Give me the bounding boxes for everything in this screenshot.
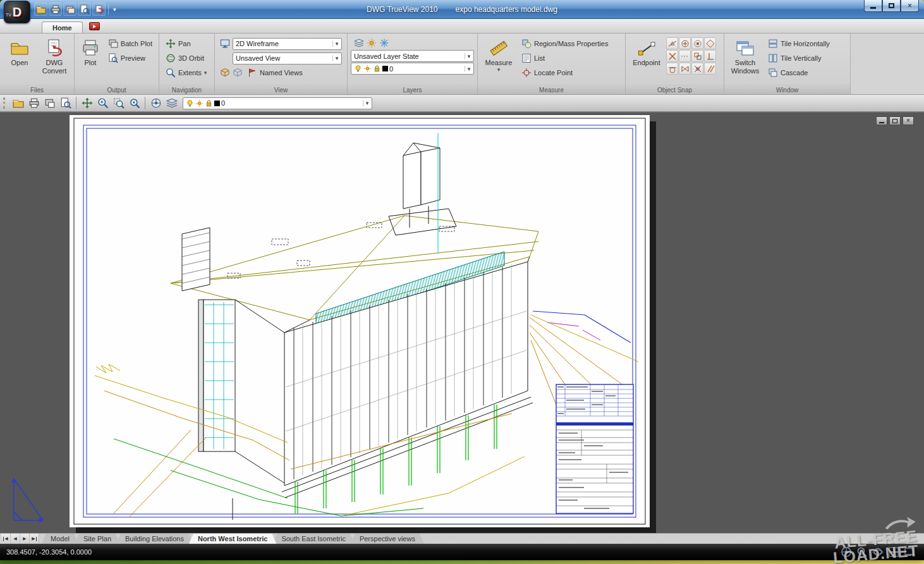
drawing-canvas[interactable]: × xyxy=(0,112,924,533)
osnap-insertion-button[interactable] xyxy=(691,50,703,62)
qat-plot-button[interactable] xyxy=(49,3,62,16)
tb-print-button[interactable] xyxy=(42,96,57,111)
osnap-intersection-button[interactable] xyxy=(666,50,678,62)
switch-windows-button[interactable]: Switch Windows xyxy=(727,35,763,84)
list-icon xyxy=(521,53,532,63)
tab-nav-prev-button[interactable]: ◀ xyxy=(11,534,20,544)
print-preview-icon xyxy=(80,4,90,15)
layer-properties-icon[interactable] xyxy=(354,38,364,48)
osnap-extension-button[interactable] xyxy=(679,50,691,62)
osnap-center-button[interactable] xyxy=(679,37,691,49)
dwg-convert-button[interactable]: DWG Convert xyxy=(38,35,71,84)
qat-open-button[interactable] xyxy=(34,3,47,16)
child-restore-button[interactable] xyxy=(889,116,901,125)
batch-plot-button[interactable]: Batch Plot xyxy=(105,37,155,51)
application-menu-button[interactable]: D xyxy=(4,1,30,23)
panel-label-measure: Measure xyxy=(478,85,625,94)
communication-center-icon[interactable] xyxy=(89,22,100,30)
tile-horizontally-label: Tile Horizontally xyxy=(781,40,830,47)
region-mass-label: Region/Mass Properties xyxy=(534,40,608,47)
layout-tab-north-west-isometric[interactable]: North West Isometric xyxy=(189,534,276,544)
tb-plot-button[interactable] xyxy=(27,96,41,111)
list-button[interactable]: List xyxy=(518,51,611,65)
toolbar-grip[interactable] xyxy=(3,97,6,109)
cascade-icon xyxy=(768,68,778,78)
tb-zoom-realtime-button[interactable] xyxy=(95,96,110,111)
osnap-quadrant-button[interactable] xyxy=(704,37,716,49)
tab-home[interactable]: Home xyxy=(42,21,83,33)
layer-combo[interactable]: 0 ▾ xyxy=(351,63,474,75)
zoom-extents-icon xyxy=(166,68,176,78)
document-title: expo headquarters model.dwg xyxy=(456,5,557,14)
tb-zoom-window-button[interactable] xyxy=(111,96,126,111)
panel-label-layers: Layers xyxy=(348,85,477,94)
qat-preview-button[interactable] xyxy=(78,3,91,16)
layer-bulb-icon xyxy=(354,64,362,73)
endpoint-button[interactable]: Endpoint xyxy=(629,35,664,84)
layer-lock-icon xyxy=(373,64,381,73)
osnap-midpoint-button[interactable] xyxy=(666,37,678,49)
osnap-tangent-button[interactable] xyxy=(666,63,678,75)
osnap-parallel-icon xyxy=(705,64,715,74)
tb-preview-button[interactable] xyxy=(58,96,73,111)
tile-vertically-button[interactable]: Tile Vertically xyxy=(765,51,833,65)
cube-wire-icon[interactable] xyxy=(233,68,243,78)
toolbar-separator xyxy=(76,97,76,109)
toolbar-layer-combo[interactable]: 0 ▾ xyxy=(183,97,372,109)
cascade-button[interactable]: Cascade xyxy=(765,66,833,80)
open-button[interactable]: Open xyxy=(3,35,36,84)
orbit-button[interactable]: 3D Orbit xyxy=(162,51,210,65)
close-button[interactable]: × xyxy=(901,0,919,12)
tb-zoom-previous-button[interactable] xyxy=(127,96,142,111)
layout-tab-site-plan[interactable]: Site Plan xyxy=(75,534,120,544)
tb-steering-wheel-button[interactable] xyxy=(149,96,163,111)
tile-horizontally-button[interactable]: Tile Horizontally xyxy=(765,37,833,51)
osnap-nearest-button[interactable] xyxy=(679,63,691,75)
region-mass-button[interactable]: Region/Mass Properties xyxy=(518,37,611,51)
minimize-button[interactable] xyxy=(864,0,882,12)
arrow-right-icon: ▶ xyxy=(23,536,26,541)
qat-customize-caret-icon[interactable]: ▾ xyxy=(111,6,118,13)
layout-tab-south-east-isometric[interactable]: South East Isometric xyxy=(272,534,355,544)
osnap-node-button[interactable] xyxy=(691,37,703,49)
layout-tab-building-elevations[interactable]: Building Elevations xyxy=(116,534,193,544)
tab-nav-last-button[interactable]: ▶ xyxy=(30,534,39,544)
layer-state-combo[interactable]: Unsaved Layer State ▾ xyxy=(351,50,474,62)
stair-block xyxy=(182,228,210,291)
layout-tab-model[interactable]: Model xyxy=(42,534,78,544)
visual-style-combo[interactable]: 2D Wireframe ▾ xyxy=(233,38,342,50)
cube-icon[interactable] xyxy=(220,68,230,78)
tab-nav-first-button[interactable]: ◀ xyxy=(1,534,11,544)
arrow-left-icon: ◀ xyxy=(4,536,8,541)
named-views-button[interactable]: Named Views xyxy=(245,67,305,78)
pan-button[interactable]: Pan xyxy=(162,37,210,51)
child-minimize-button[interactable] xyxy=(876,116,887,125)
tb-layers-button[interactable] xyxy=(164,96,179,111)
view-combo[interactable]: Unsaved View ▾ xyxy=(233,52,342,64)
preview-button[interactable]: Preview xyxy=(105,51,155,65)
measure-button[interactable]: Measure ▾ xyxy=(481,35,516,84)
extents-button[interactable]: Extents ▾ xyxy=(162,66,210,80)
layer-on-sun-icon[interactable] xyxy=(367,38,377,48)
qat-convert-button[interactable] xyxy=(92,3,106,16)
tab-nav-next-button[interactable]: ▶ xyxy=(20,534,30,544)
locate-point-button[interactable]: Locate Point xyxy=(518,66,611,80)
paper-sheet[interactable] xyxy=(70,115,650,527)
batch-plot-icon xyxy=(108,39,118,49)
osnap-perpendicular-button[interactable] xyxy=(704,50,716,62)
app-title: DWG TrueView 2010 xyxy=(367,5,438,14)
tb-pan-button[interactable] xyxy=(80,96,94,111)
layer-tools-row xyxy=(351,37,474,49)
plot-button[interactable]: Plot xyxy=(78,35,103,84)
osnap-parallel-button[interactable] xyxy=(704,63,716,75)
qat-batch-plot-button[interactable] xyxy=(63,3,76,16)
caret-down-icon: ▾ xyxy=(332,40,341,47)
layout-tab-perspective-views[interactable]: Perspective views xyxy=(351,534,424,544)
layer-freeze-icon[interactable] xyxy=(379,38,389,48)
osnap-apparent-button[interactable] xyxy=(691,63,703,75)
region-mass-icon xyxy=(521,39,532,49)
maximize-button[interactable] xyxy=(882,0,901,12)
restore-icon xyxy=(892,119,897,123)
child-close-button[interactable]: × xyxy=(903,116,914,125)
tb-open-button[interactable] xyxy=(11,96,25,111)
